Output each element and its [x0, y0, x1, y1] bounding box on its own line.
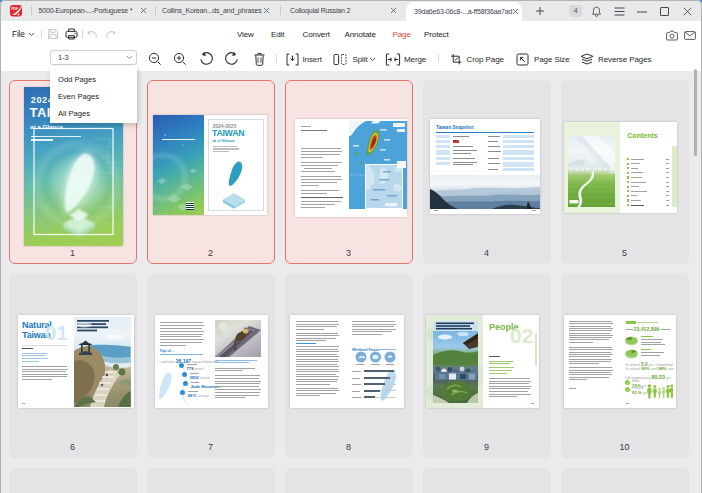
- svg-text:PDF: PDF: [11, 7, 18, 11]
